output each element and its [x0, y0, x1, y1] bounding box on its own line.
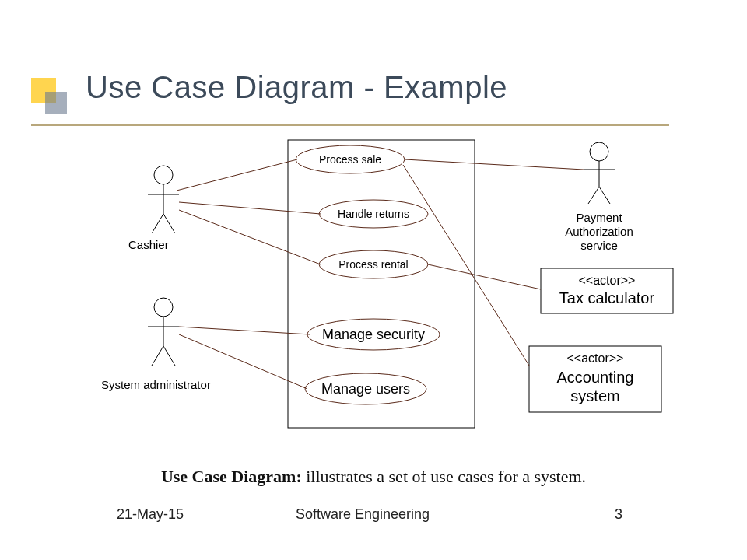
usecase-manage-security: Manage security — [307, 319, 440, 350]
svg-line-42 — [405, 159, 584, 170]
svg-line-38 — [179, 202, 321, 214]
svg-text:Process sale: Process sale — [319, 153, 381, 166]
caption-rest: illustrates a set of use cases for a sys… — [302, 467, 586, 486]
svg-line-14 — [163, 214, 175, 233]
svg-text:Handle returns: Handle returns — [338, 208, 409, 220]
svg-text:Accounting: Accounting — [557, 369, 634, 386]
svg-point-10 — [154, 166, 173, 184]
svg-line-26 — [599, 187, 610, 204]
svg-text:Cashier: Cashier — [128, 238, 169, 251]
footer-course: Software Engineering — [296, 506, 430, 523]
svg-text:System administrator: System administrator — [101, 378, 211, 391]
svg-text:<<actor>>: <<actor>> — [579, 274, 636, 287]
svg-text:service: service — [580, 239, 618, 252]
usecase-manage-users: Manage users — [305, 373, 426, 404]
footer: 21-May-15 Software Engineering 3 — [0, 499, 747, 523]
svg-line-25 — [588, 187, 599, 204]
actor-sysadmin: System administrator — [101, 298, 211, 391]
svg-line-20 — [163, 346, 175, 366]
svg-text:Authorization: Authorization — [565, 225, 633, 238]
svg-text:Manage security: Manage security — [322, 327, 425, 342]
svg-line-39 — [179, 210, 321, 264]
caption-bold: Use Case Diagram: — [161, 467, 302, 486]
svg-text:Manage users: Manage users — [321, 381, 410, 397]
svg-text:system: system — [570, 387, 619, 404]
usecase-handle-returns: Handle returns — [319, 200, 428, 228]
svg-text:Tax calculator: Tax calculator — [559, 289, 655, 306]
svg-point-16 — [154, 298, 173, 317]
svg-line-37 — [177, 159, 297, 191]
actor-box-tax-calculator: <<actor>> Tax calculator — [541, 268, 673, 313]
svg-line-43 — [428, 264, 541, 289]
footer-page-number: 3 — [615, 506, 622, 523]
svg-point-22 — [590, 142, 608, 161]
svg-line-40 — [179, 327, 310, 334]
slide: Use Case Diagram - Example Process sale … — [0, 0, 747, 560]
svg-text:<<actor>>: <<actor>> — [567, 352, 624, 365]
svg-text:Payment: Payment — [576, 211, 622, 224]
actor-payment-service: Payment Authorization service — [565, 142, 633, 252]
usecase-process-rental: Process rental — [319, 250, 428, 278]
svg-text:Process rental: Process rental — [338, 258, 408, 271]
footer-date: 21-May-15 — [117, 506, 184, 523]
actor-box-accounting-system: <<actor>> Accounting system — [529, 346, 661, 412]
caption: Use Case Diagram: illustrates a set of u… — [0, 467, 747, 487]
actor-cashier: Cashier — [128, 166, 179, 251]
svg-line-13 — [152, 214, 163, 233]
usecase-process-sale: Process sale — [296, 145, 405, 173]
svg-line-19 — [152, 346, 163, 366]
